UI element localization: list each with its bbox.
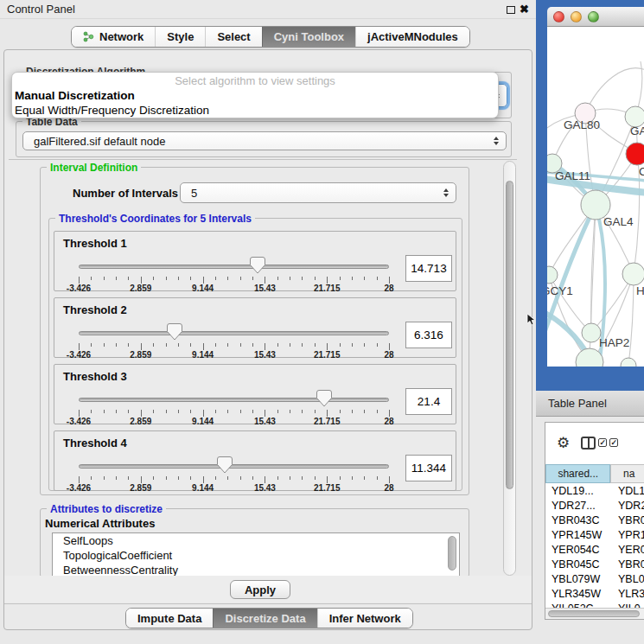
tab-label: Impute Data: [137, 612, 201, 625]
table-row[interactable]: YBR043CYBR0: [545, 513, 644, 527]
cell-name[interactable]: YER0: [613, 544, 644, 556]
network-canvas[interactable]: GAL80GACGAL11GAL4GCY1HHAP2: [547, 27, 644, 367]
slider-tick: [377, 476, 378, 480]
column-header-name[interactable]: na: [610, 464, 644, 483]
cell-shared-name[interactable]: YBR043C: [545, 514, 613, 526]
slider-track[interactable]: [79, 464, 389, 469]
cell-name[interactable]: YPR1: [613, 529, 644, 541]
apply-button[interactable]: Apply: [230, 580, 290, 599]
network-node-label: HAP2: [599, 336, 629, 349]
table-hscrollbar[interactable]: [545, 608, 644, 619]
network-node[interactable]: [582, 323, 601, 342]
close-icon[interactable]: ✖: [520, 3, 529, 16]
slider-tick: [340, 343, 341, 347]
threshold-value-field[interactable]: 11.344: [405, 455, 452, 481]
slider-tick: [377, 410, 378, 413]
threshold-label: Threshold 3: [63, 370, 127, 383]
slider-thumb[interactable]: [217, 456, 233, 474]
zoom-traffic-light-icon[interactable]: [588, 11, 599, 22]
cell-name[interactable]: YDL1: [613, 485, 644, 497]
slider-tick: [352, 476, 353, 480]
checkbox-icon[interactable]: ✓: [598, 438, 607, 447]
tab-impute-data[interactable]: Impute Data: [126, 609, 213, 628]
tab-jactivemnodules[interactable]: jActiveMNodules: [355, 27, 469, 47]
columns-icon[interactable]: [581, 437, 596, 450]
tab-network[interactable]: Network: [72, 27, 155, 47]
attributes-list[interactable]: SelfLoops TopologicalCoefficient Between…: [52, 532, 460, 577]
tab-style[interactable]: Style: [155, 27, 205, 47]
slider-tick: [190, 343, 191, 347]
slider-track[interactable]: [79, 265, 389, 269]
cell-shared-name[interactable]: YBL079W: [545, 573, 613, 585]
cell-shared-name[interactable]: YBR045C: [545, 558, 613, 571]
list-item[interactable]: SelfLoops: [53, 533, 459, 548]
cell-shared-name[interactable]: YDL19...: [545, 485, 613, 497]
threshold-value-field[interactable]: 21.4: [405, 388, 452, 415]
table-row[interactable]: YLR345WYLR3: [545, 586, 644, 601]
network-node[interactable]: [626, 143, 644, 165]
close-traffic-light-icon[interactable]: [553, 11, 564, 22]
tab-discretize-data[interactable]: Discretize Data: [213, 609, 316, 628]
cell-shared-name[interactable]: YER054C: [545, 544, 613, 556]
bottom-divider: [4, 603, 532, 604]
network-node[interactable]: [621, 358, 636, 367]
slider-thumb[interactable]: [316, 390, 332, 407]
threshold-3-panel: Threshold 3 -3.4262.8599.14415.4321.7152…: [54, 364, 456, 424]
panel-scrollbar[interactable]: [503, 161, 516, 576]
list-scrollbar[interactable]: [448, 536, 456, 571]
threshold-value-field[interactable]: 14.713: [405, 255, 452, 282]
dropdown-option-manual[interactable]: Manual Discretization: [15, 89, 135, 102]
slider-tick: [227, 343, 228, 347]
gear-icon[interactable]: ⚙: [557, 436, 570, 450]
cell-shared-name[interactable]: YDR27...: [545, 500, 613, 512]
float-window-icon[interactable]: [507, 6, 515, 14]
cell-shared-name[interactable]: YLR345W: [545, 588, 613, 600]
slider-tick-label: 9.144: [192, 350, 214, 360]
minimize-traffic-light-icon[interactable]: [571, 11, 582, 22]
checkbox-icon[interactable]: ✓: [609, 438, 618, 447]
slider-tick: [190, 277, 191, 280]
interval-definition-label: Interval Definition: [47, 162, 141, 174]
slider-tick-label: 21.715: [314, 417, 341, 426]
slider-track[interactable]: [79, 398, 389, 402]
table-row[interactable]: YIL052CYIL0: [545, 601, 644, 608]
slider-tick: [315, 410, 316, 413]
column-header-shared-name[interactable]: shared...: [545, 464, 610, 483]
network-node[interactable]: [622, 263, 644, 285]
tab-infer-network[interactable]: Infer Network: [317, 609, 412, 628]
panel-scrollbar-thumb[interactable]: [506, 181, 513, 489]
slider-tick: [128, 277, 129, 280]
table-row[interactable]: YDR27...YDR2: [545, 498, 644, 513]
tab-select[interactable]: Select: [205, 27, 261, 47]
slider-thumb[interactable]: [167, 323, 182, 341]
cell-name[interactable]: YBR0: [613, 514, 644, 526]
dropdown-option-equal-width[interactable]: Equal Width/Frequency Discretization: [15, 104, 209, 117]
list-item[interactable]: TopologicalCoefficient: [53, 548, 459, 563]
cell-name[interactable]: YBL0: [613, 573, 644, 585]
slider-track[interactable]: [79, 331, 389, 335]
slider-thumb[interactable]: [250, 257, 265, 274]
slider-tick: [178, 476, 179, 480]
table-row[interactable]: YER054CYER0: [545, 542, 644, 557]
cell-name[interactable]: YLR3: [613, 588, 644, 600]
network-node[interactable]: [547, 266, 558, 284]
threshold-value-field[interactable]: 6.316: [405, 322, 452, 348]
network-node-label: GAL4: [603, 215, 634, 228]
table-row[interactable]: YBR045CYBR0: [545, 557, 644, 571]
cell-name[interactable]: YBR0: [613, 558, 644, 571]
tab-label: jActiveMNodules: [367, 30, 458, 43]
slider-tick: [79, 277, 80, 284]
tab-cyni-toolbox[interactable]: Cyni Toolbox: [262, 27, 355, 47]
table-row[interactable]: YBL079WYBL0: [545, 571, 644, 586]
cell-name[interactable]: YDR2: [613, 500, 644, 512]
network-window-titlebar[interactable]: [547, 7, 644, 27]
slider-tick: [128, 343, 129, 347]
cell-shared-name[interactable]: YPR145W: [545, 529, 613, 541]
table-hscrollbar-thumb[interactable]: [548, 610, 640, 617]
table-data-combobox[interactable]: galFiltered.sif default node: [22, 131, 507, 150]
table-row[interactable]: YDL19...YDL1: [545, 483, 644, 498]
slider-tick: [227, 476, 228, 480]
tab-label: Style: [167, 30, 194, 43]
table-row[interactable]: YPR145WYPR1: [545, 527, 644, 542]
num-intervals-combobox[interactable]: 5: [180, 182, 456, 203]
